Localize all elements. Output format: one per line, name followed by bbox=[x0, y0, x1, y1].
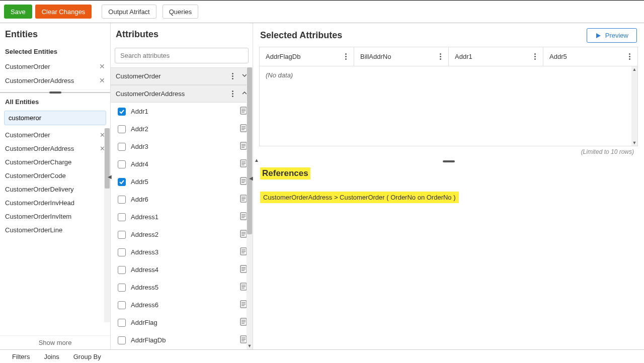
tab-filters[interactable]: Filters bbox=[12, 353, 30, 360]
attribute-row[interactable]: Address4 bbox=[111, 261, 253, 279]
attribute-row[interactable]: Addr4 bbox=[111, 155, 253, 173]
all-entities-list: CustomerOrder✕ CustomerOrderAddress✕ Cus… bbox=[0, 128, 110, 335]
entities-search-input[interactable] bbox=[4, 111, 106, 125]
kebab-icon[interactable] bbox=[628, 52, 631, 61]
attributes-search bbox=[115, 48, 249, 63]
selected-attributes-title: Selected Attributes bbox=[260, 30, 342, 41]
column-header[interactable]: BillAddrNo bbox=[354, 47, 449, 66]
checkbox[interactable] bbox=[118, 266, 126, 274]
attribute-label: Address3 bbox=[131, 248, 158, 256]
list-item[interactable]: CustomerOrderCode✕ bbox=[0, 169, 110, 183]
list-item[interactable]: CustomerOrderCharge✕ bbox=[0, 155, 110, 169]
collapse-up-icon[interactable]: ▲ bbox=[254, 157, 259, 163]
scroll-down-icon[interactable]: ▼ bbox=[631, 140, 637, 146]
entity-label: CustomerOrderLine bbox=[5, 226, 62, 234]
attribute-group-header[interactable]: CustomerOrderAddress bbox=[111, 85, 253, 103]
column-header[interactable]: Addr1 bbox=[449, 47, 543, 66]
attribute-label: Address6 bbox=[131, 301, 158, 309]
attribute-row[interactable]: AddrFlag bbox=[111, 314, 253, 331]
column-header[interactable]: AddrFlagDb bbox=[260, 47, 354, 66]
checkbox[interactable] bbox=[118, 336, 126, 344]
attribute-row[interactable]: Addr1 bbox=[111, 103, 253, 120]
table-scrollbar[interactable]: ▲ ▼ bbox=[631, 66, 637, 146]
collapse-left-icon[interactable]: ◀ bbox=[249, 175, 253, 181]
horizontal-splitter[interactable]: ▲ bbox=[253, 159, 644, 163]
selected-entities-title: Selected Entities bbox=[0, 45, 110, 57]
attributes-scrollbar[interactable]: ▼ bbox=[247, 67, 253, 349]
entity-label: CustomerOrderAddress bbox=[5, 145, 74, 152]
checkbox[interactable] bbox=[118, 196, 126, 204]
attribute-label: Addr6 bbox=[131, 196, 148, 203]
all-entities-title: All Entities bbox=[0, 93, 110, 108]
attribute-row[interactable]: Address6 bbox=[111, 296, 253, 314]
checkbox[interactable] bbox=[118, 143, 126, 151]
selected-entity-item[interactable]: CustomerOrder ✕ bbox=[0, 59, 110, 73]
attributes-panel: ◀ Attributes CustomerOrder CustomerOrder… bbox=[111, 23, 253, 349]
attribute-row[interactable]: Address5 bbox=[111, 279, 253, 296]
checkbox[interactable] bbox=[118, 231, 126, 239]
clear-changes-button[interactable]: Clear Changes bbox=[35, 5, 92, 19]
attribute-row[interactable]: Addr2 bbox=[111, 120, 253, 138]
attribute-row[interactable]: Addr5 bbox=[111, 173, 253, 191]
list-item[interactable]: CustomerOrderLine✕ bbox=[0, 223, 110, 237]
column-label: Addr5 bbox=[549, 53, 567, 60]
show-more-button[interactable]: Show more bbox=[0, 335, 110, 349]
checkbox[interactable] bbox=[118, 108, 126, 116]
checkbox[interactable] bbox=[118, 160, 126, 168]
remove-entity-icon[interactable]: ✕ bbox=[99, 62, 105, 70]
entity-label: CustomerOrderCharge bbox=[5, 158, 71, 166]
attribute-row[interactable]: AddrFlagDb bbox=[111, 331, 253, 349]
save-button[interactable]: Save bbox=[4, 5, 32, 19]
checkbox[interactable] bbox=[118, 301, 126, 309]
list-item[interactable]: CustomerOrderAddress✕ bbox=[0, 142, 110, 155]
scroll-up-icon[interactable]: ▲ bbox=[631, 66, 637, 72]
kebab-icon[interactable] bbox=[231, 72, 234, 80]
kebab-icon[interactable] bbox=[344, 52, 348, 61]
queries-button[interactable]: Queries bbox=[163, 5, 199, 19]
checkbox[interactable] bbox=[118, 284, 126, 292]
entity-label: CustomerOrder bbox=[5, 63, 50, 70]
attributes-search-input[interactable] bbox=[115, 48, 249, 63]
list-item[interactable]: CustomerOrder✕ bbox=[0, 128, 110, 142]
attribute-label: Addr4 bbox=[131, 160, 148, 168]
kebab-icon[interactable] bbox=[231, 89, 234, 98]
attribute-label: AddrFlag bbox=[131, 319, 157, 326]
entities-scrollbar[interactable] bbox=[104, 128, 110, 322]
group-label: CustomerOrderAddress bbox=[116, 90, 185, 98]
remove-entity-icon[interactable]: ✕ bbox=[99, 76, 105, 84]
tab-group-by[interactable]: Group By bbox=[73, 353, 101, 360]
checkbox[interactable] bbox=[118, 178, 126, 186]
reference-item[interactable]: CustomerOrderAddress > CustomerOrder ( O… bbox=[260, 192, 459, 203]
checkbox[interactable] bbox=[118, 319, 126, 327]
entities-title: Entities bbox=[0, 23, 110, 45]
attribute-groups: CustomerOrder CustomerOrderAddress Addr1… bbox=[111, 67, 253, 349]
output-artifact-button[interactable]: Output Atrifact bbox=[102, 5, 156, 19]
horizontal-splitter[interactable] bbox=[49, 92, 61, 94]
checkbox[interactable] bbox=[118, 125, 126, 133]
attribute-row[interactable]: Address2 bbox=[111, 226, 253, 243]
tab-joins[interactable]: Joins bbox=[44, 353, 59, 360]
column-label: AddrFlagDb bbox=[266, 53, 300, 60]
column-label: Addr1 bbox=[455, 53, 472, 60]
attribute-row[interactable]: Addr6 bbox=[111, 191, 253, 208]
kebab-icon[interactable] bbox=[533, 52, 537, 61]
footer-tabs: Filters Joins Group By bbox=[0, 349, 644, 363]
list-item[interactable]: CustomerOrderDelivery✕ bbox=[0, 183, 110, 196]
entities-search bbox=[4, 111, 106, 125]
preview-button[interactable]: Preview bbox=[587, 28, 637, 43]
list-item[interactable]: CustomerOrderInvHead✕ bbox=[0, 196, 110, 210]
attributes-title: Attributes bbox=[111, 23, 253, 45]
preview-label: Preview bbox=[605, 32, 628, 39]
attribute-row[interactable]: Address1 bbox=[111, 208, 253, 226]
attribute-row[interactable]: Addr3 bbox=[111, 138, 253, 155]
selected-entity-item[interactable]: CustomerOrderAddress ✕ bbox=[0, 73, 110, 87]
kebab-icon[interactable] bbox=[439, 52, 442, 61]
list-item[interactable]: CustomerOrderInvItem✕ bbox=[0, 210, 110, 223]
checkbox[interactable] bbox=[118, 248, 126, 256]
scroll-down-icon[interactable]: ▼ bbox=[247, 342, 253, 349]
attribute-group-header[interactable]: CustomerOrder bbox=[111, 67, 253, 85]
checkbox[interactable] bbox=[118, 213, 126, 221]
column-header[interactable]: Addr5 bbox=[543, 47, 637, 66]
attribute-row[interactable]: Address3 bbox=[111, 243, 253, 261]
attribute-label: AddrFlagDb bbox=[131, 336, 166, 344]
